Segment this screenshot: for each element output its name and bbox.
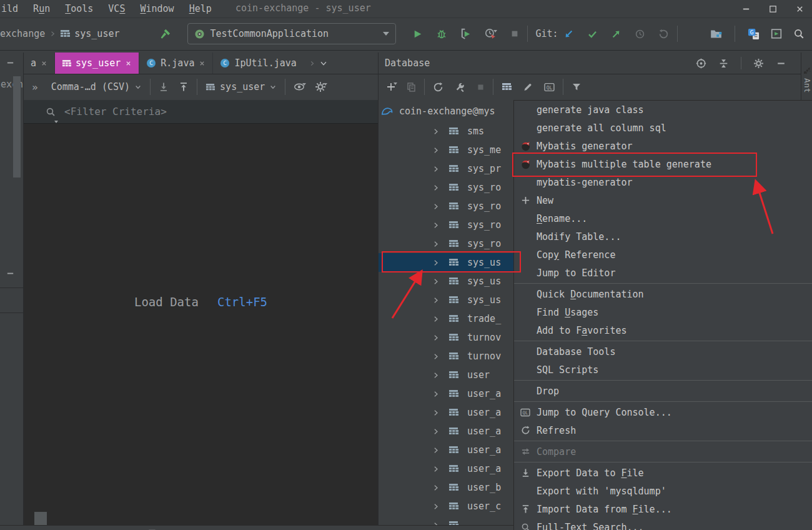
run-configuration-select[interactable]: TestCommonApplication [187,23,396,44]
export-data-icon[interactable] [159,82,169,92]
menu-item-add-to-favorites[interactable]: Add to Favorites [514,321,812,339]
stop-icon[interactable] [477,83,485,91]
chevron-right-icon[interactable] [432,502,440,511]
project-structure-icon[interactable] [710,28,722,40]
coverage-button[interactable] [460,28,472,39]
menu-item-drop[interactable]: Drop [514,382,812,400]
menu-item-full-text-search[interactable]: Full-Text Search... [514,518,812,530]
minimize-icon[interactable] [6,58,15,68]
close-icon[interactable] [199,60,205,67]
filter-icon[interactable] [572,82,582,92]
chevron-right-icon[interactable] [432,390,440,398]
menu-item-quick-documentation[interactable]: Quick Documentation [514,285,812,303]
run-button[interactable] [412,29,423,39]
chevron-right-icon[interactable] [432,484,440,492]
tab-iputil-java[interactable]: C IpUtil.java [213,52,303,74]
chevron-right-icon[interactable] [432,221,440,229]
menubar-item-help[interactable]: Help [182,3,219,14]
window-close-icon[interactable] [795,4,805,14]
locate-icon[interactable] [696,58,706,69]
hide-panel-icon[interactable] [776,58,786,69]
tab-a[interactable]: a [24,52,55,74]
debug-button[interactable] [436,28,447,39]
datasource-properties-icon[interactable] [455,82,465,92]
load-data-label[interactable]: Load Data [134,295,199,309]
git-push-button[interactable] [611,29,621,39]
menubar-item-window[interactable]: Window [132,3,181,14]
ant-icon[interactable] [803,66,811,75]
breadcrumb-item[interactable]: sys_user [74,28,119,39]
run-anything-icon[interactable] [771,28,782,39]
chevron-right-icon[interactable] [432,334,440,342]
build-hammer-icon[interactable] [160,28,171,39]
scrollbar-thumb[interactable] [34,512,47,525]
window-minimize-icon[interactable] [741,4,751,14]
filter-criteria-input[interactable]: <Filter Criteria> [24,100,378,124]
table-select[interactable]: sys_user [220,81,265,92]
menu-item-export-with-mysqldump[interactable]: Export with 'mysqldump' [514,482,812,500]
open-data-icon[interactable] [502,82,512,92]
minimize-icon[interactable] [6,269,15,278]
chevron-right-icon[interactable] [432,240,440,248]
menu-item-mybatis-multiple-table-generate[interactable]: Mybatis multiple table generate [514,155,812,173]
git-rollback-button[interactable] [658,29,669,39]
menu-item-sql-scripts[interactable]: SQL Scripts [514,361,812,379]
chevron-right-icon[interactable] [432,202,440,211]
menubar-item-tools[interactable]: Tools [57,3,101,14]
chevron-right-icon[interactable] [432,446,440,454]
menu-item-copy-reference[interactable]: Copy Reference [514,246,812,264]
close-icon[interactable] [41,60,47,67]
git-commit-button[interactable] [587,29,598,39]
chevron-right-icon[interactable] [432,184,440,192]
query-console-icon[interactable] [544,82,555,92]
tab-sys-user[interactable]: sys_user [55,52,139,74]
menu-item-mybatis-generator[interactable]: mybatis-generator [514,173,812,191]
breadcrumb-project[interactable]: exchange [0,28,45,39]
import-data-icon[interactable] [179,82,189,92]
menu-item-import-data-from-file[interactable]: Import Data from File... [514,500,812,518]
menu-item-modify-table[interactable]: Modify Table... [514,228,812,246]
add-datasource-button[interactable] [386,82,397,92]
stop-button[interactable] [510,29,519,38]
git-update-button[interactable] [563,29,574,39]
refresh-icon[interactable] [433,82,443,92]
chevron-right-icon[interactable] [432,278,440,286]
menu-item-jump-to-query-console[interactable]: Jump to Query Console... [514,403,812,421]
gear-icon[interactable] [753,58,764,69]
chevron-right-icon[interactable] [432,259,440,267]
menu-item-jump-to-editor[interactable]: Jump to Editor [514,264,812,282]
menu-item-generate-all-column-sql[interactable]: generate all column sql [514,119,812,137]
menubar-item-vcs[interactable]: VCS [101,3,132,14]
chevron-right-icon[interactable] [432,409,440,417]
duplicate-icon[interactable] [406,82,416,92]
chevron-right-icon[interactable] [432,315,440,323]
chevron-right-icon[interactable] [432,352,440,361]
chevron-right-icon[interactable] [432,165,440,173]
tab-r-java[interactable]: C R.java [139,52,213,74]
git-history-button[interactable] [635,29,645,39]
tool-stripe-label-ant[interactable]: Ant [803,78,812,92]
chevron-right-icon[interactable] [432,296,440,304]
chevron-right-icon[interactable] [432,146,440,154]
chevron-right-icon[interactable] [432,371,440,379]
menu-item-find-usages[interactable]: Find Usages [514,303,812,321]
format-select[interactable]: Comma-…d (CSV) [51,81,130,92]
search-everywhere-icon[interactable] [793,28,805,39]
menu-item-database-tools[interactable]: Database Tools [514,342,812,361]
chevron-right-icon[interactable] [432,465,440,473]
hidden-tabs-chevron-icon[interactable] [309,60,315,67]
menu-item-new[interactable]: New [514,191,812,209]
edit-source-icon[interactable] [523,82,533,92]
settings-button[interactable] [315,81,327,92]
menubar-item-run[interactable]: Run [26,3,57,14]
menu-item-refresh[interactable]: Refresh [514,421,812,439]
collapse-all-icon[interactable] [718,58,729,69]
menu-item-generate-java-class[interactable]: generate java class [514,101,812,119]
menu-item-export-data-to-file[interactable]: Export Data to File [514,464,812,482]
scrollbar-thumb[interactable] [13,76,21,178]
tab-list-dropdown-icon[interactable] [319,59,328,68]
chevron-right-icon[interactable] [432,428,440,436]
close-icon[interactable] [125,60,132,67]
menu-item-mybatis-generator-plugin[interactable]: Mybatis generator [514,137,812,155]
translate-icon[interactable] [748,28,760,40]
